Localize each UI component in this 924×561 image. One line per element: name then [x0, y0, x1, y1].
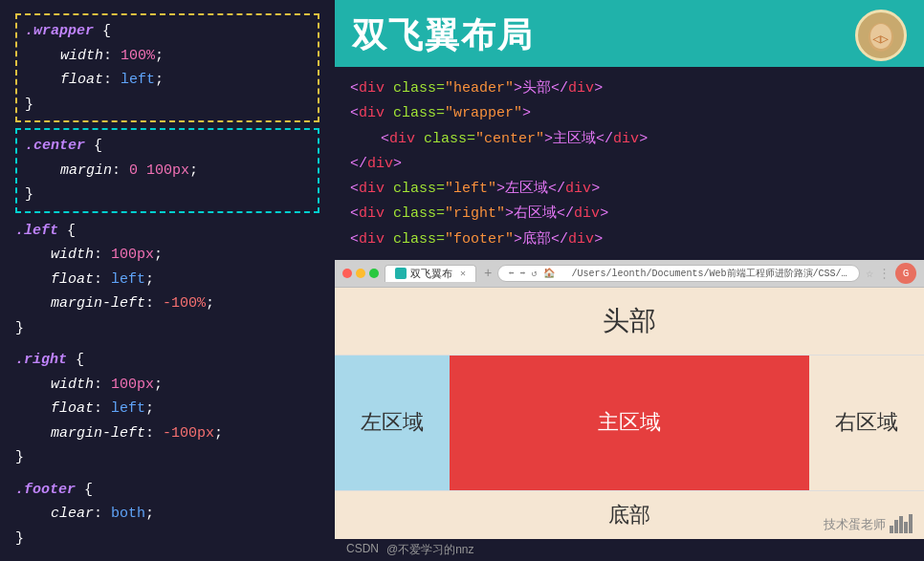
- left-panel: .wrapper { width: 100%; float: left; } .…: [0, 0, 335, 561]
- code-line-4: </div>: [350, 152, 909, 177]
- selector-wrapper: .wrapper: [25, 23, 94, 39]
- tab-close-icon[interactable]: ✕: [460, 268, 466, 279]
- watermark-label: 技术蛋老师: [824, 516, 886, 533]
- right-block: .right { width: 100px; float: left; marg…: [15, 348, 319, 470]
- browser-toolbar: 双飞翼布 ✕ + ⬅ ➡ ↺ 🏠 /Users/leonth/Documents…: [335, 260, 924, 288]
- code-line-3: <div class="center">主区域</div>: [350, 127, 909, 152]
- svg-text:◁▷: ◁▷: [872, 32, 889, 47]
- browser-icons: ☆ ⋮ G: [866, 263, 916, 284]
- right-panel: 双飞翼布局 ◁▷ <div class="header">头部</div> <d…: [335, 0, 924, 561]
- bar-2: [894, 520, 898, 533]
- code-area: <div class="header">头部</div> <div class=…: [335, 67, 924, 260]
- layout-left-section: 左区域: [335, 356, 450, 490]
- url-content: /Users/leonth/Documents/Web前端工程师进阶路演/CSS…: [572, 269, 861, 279]
- watermark: 技术蛋老师: [824, 514, 913, 533]
- slide-title: 双飞翼布局: [352, 12, 534, 59]
- csdn-footer: CSDN @不爱学习的nnz: [335, 539, 924, 561]
- code-line-2: <div class="wrapper">: [350, 101, 909, 126]
- url-bar[interactable]: ⬅ ➡ ↺ 🏠 /Users/leonth/Documents/Web前端工程师…: [497, 265, 860, 282]
- layout-footer: 底部 技术蛋老师: [335, 490, 924, 539]
- bar-4: [904, 522, 908, 533]
- slide-header: 双飞翼布局 ◁▷: [335, 0, 924, 67]
- selector-center: .center: [25, 138, 85, 154]
- weibo-label: @不爱学习的nnz: [386, 542, 474, 558]
- url-text: ⬅ ➡ ↺ 🏠: [508, 269, 571, 279]
- browser-preview: 双飞翼布 ✕ + ⬅ ➡ ↺ 🏠 /Users/leonth/Documents…: [335, 260, 924, 539]
- maximize-button[interactable]: [369, 269, 379, 278]
- tab-bar: 双飞翼布 ✕ +: [385, 265, 492, 282]
- minimize-button[interactable]: [356, 269, 365, 278]
- code-line-1: <div class="header">头部</div>: [350, 76, 909, 101]
- user-avatar[interactable]: G: [895, 263, 916, 284]
- bar-1: [890, 526, 893, 533]
- layout-body: 左区域 主区域 右区域: [335, 356, 924, 490]
- wrapper-block: .wrapper { width: 100%; float: left; }: [15, 13, 319, 122]
- slide-area: 双飞翼布局 ◁▷ <div class="header">头部</div> <d…: [335, 0, 924, 260]
- new-tab-icon[interactable]: +: [484, 266, 492, 281]
- tab-label: 双飞翼布: [410, 267, 452, 281]
- selector-right: .right: [15, 352, 67, 368]
- selector-left: .left: [15, 223, 58, 239]
- left-block: .left { width: 100px; float: left; margi…: [15, 219, 319, 341]
- close-button[interactable]: [342, 269, 352, 278]
- star-icon[interactable]: ☆: [866, 266, 873, 281]
- bar-5: [909, 514, 913, 533]
- layout-right-section: 右区域: [809, 356, 924, 490]
- page-layout: 头部 左区域 主区域 右区域 底部 技术蛋老师: [335, 288, 924, 539]
- code-line-7: <div class="footer">底部</div>: [350, 227, 909, 252]
- egg-icon: ◁▷: [855, 10, 907, 61]
- code-line-5: <div class="left">左区域</div>: [350, 177, 909, 202]
- browser-tab[interactable]: 双飞翼布 ✕: [385, 265, 476, 282]
- bar-chart-mini: [890, 514, 913, 533]
- menu-icon[interactable]: ⋮: [878, 266, 891, 281]
- code-line-6: <div class="right">右区域</div>: [350, 202, 909, 227]
- center-block: .center { margin: 0 100px; }: [15, 128, 319, 213]
- layout-header: 头部: [335, 288, 924, 356]
- favicon-icon: [395, 268, 407, 279]
- csdn-label: CSDN: [346, 542, 379, 558]
- bar-3: [899, 516, 903, 533]
- footer-block: .footer { clear: both; }: [15, 478, 319, 551]
- selector-footer: .footer: [15, 482, 76, 498]
- traffic-lights: [342, 269, 379, 278]
- layout-center-section: 主区域: [450, 356, 809, 490]
